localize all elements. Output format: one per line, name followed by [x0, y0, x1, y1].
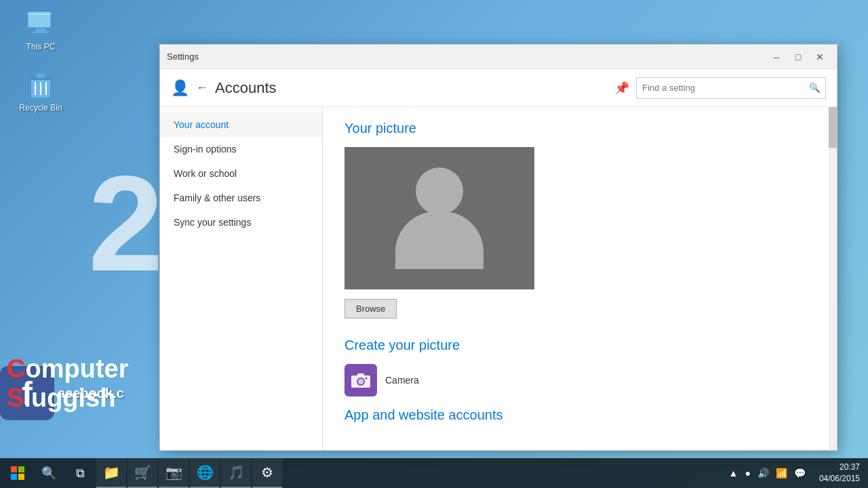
watermark: Computer Sluggish	[7, 354, 128, 413]
scrollbar-track[interactable]	[829, 107, 837, 450]
scrollbar-thumb[interactable]	[829, 107, 837, 148]
browse-button[interactable]: Browse	[344, 299, 397, 319]
minimize-button[interactable]: –	[766, 49, 787, 65]
silhouette-body	[395, 211, 484, 269]
sidebar-item-sign-in-options[interactable]: Sign-in options	[160, 137, 322, 161]
taskbar-time-value: 20:37	[819, 462, 860, 473]
sidebar-label-family-other-users: Family & other users	[174, 192, 260, 203]
camera-icon	[344, 364, 377, 396]
sidebar-item-work-or-school[interactable]: Work or school	[160, 161, 322, 186]
desktop: This PC Recycle Bin 2 f acebook.c Comput…	[0, 0, 868, 488]
title-bar-controls: – □ ✕	[766, 49, 830, 65]
taskbar-app-store[interactable]: 🛒	[127, 458, 157, 488]
sys-hide-arrow[interactable]: ▲	[726, 468, 741, 479]
app-accounts-title: App and website accounts	[344, 407, 815, 423]
search-button[interactable]: 🔍	[804, 77, 825, 99]
svg-rect-3	[33, 31, 49, 33]
svg-rect-4	[27, 14, 52, 15]
sys-network-icon[interactable]: 📶	[773, 468, 790, 479]
svg-rect-17	[18, 466, 24, 472]
sys-volume-icon[interactable]: 🔊	[755, 468, 772, 479]
sidebar-label-work-or-school: Work or school	[174, 168, 237, 179]
back-button[interactable]: ←	[196, 81, 208, 95]
search-input[interactable]	[637, 78, 804, 98]
close-button[interactable]: ✕	[810, 49, 830, 65]
window-header: 👤 ← Accounts 📌 🔍	[160, 69, 837, 107]
taskbar-app-settings[interactable]: ⚙	[252, 458, 282, 488]
camera-label: Camera	[385, 375, 419, 386]
sidebar-item-family-other-users[interactable]: Family & other users	[160, 186, 322, 210]
watermark-s: S	[7, 384, 24, 412]
profile-silhouette	[395, 167, 484, 269]
silhouette-head	[416, 167, 463, 215]
sidebar-item-your-account[interactable]: Your account	[160, 113, 322, 137]
main-area: Your account Sign-in options Work or sch…	[160, 107, 837, 450]
recycle-bin-label: Recycle Bin	[19, 103, 62, 113]
svg-rect-14	[357, 373, 364, 377]
sidebar-label-sign-in-options: Sign-in options	[174, 144, 237, 155]
svg-rect-7	[37, 73, 45, 78]
picture-section-title: Your picture	[344, 121, 815, 136]
create-picture-title: Create your picture	[344, 338, 815, 353]
watermark-computer: omputer	[25, 354, 128, 383]
pin-icon[interactable]: 📌	[614, 81, 629, 96]
header-title: Accounts	[215, 79, 608, 97]
window-title: Settings	[167, 52, 199, 62]
taskbar-sys-tray: ▲ ● 🔊 📶 💬	[726, 468, 812, 479]
watermark-c: C	[7, 354, 25, 383]
task-view-button[interactable]: ⧉	[65, 458, 95, 488]
sidebar-label-your-account: Your account	[174, 119, 229, 130]
sys-message-icon[interactable]: 💬	[791, 468, 808, 479]
accounts-icon: 👤	[171, 79, 189, 97]
camera-item[interactable]: Camera	[344, 364, 815, 396]
search-box: 🔍	[636, 77, 826, 99]
taskbar-date-value: 04/06/2015	[819, 473, 860, 485]
sidebar-label-sync-settings: Sync your settings	[174, 217, 251, 228]
taskbar-app-camera[interactable]: 📷	[159, 458, 189, 488]
taskbar-app-browser[interactable]: 🌐	[190, 458, 220, 488]
sidebar-item-sync-settings[interactable]: Sync your settings	[160, 210, 322, 235]
taskbar-app-media[interactable]: 🎵	[221, 458, 251, 488]
taskbar-clock: 20:37 04/06/2015	[814, 462, 865, 485]
watermark-sluggish: luggish	[24, 384, 115, 412]
content-area: Your picture Browse Create your picture	[323, 107, 837, 450]
taskbar: 🔍 ⧉ 📁 🛒 📷 🌐 🎵 ⚙ ▲ ● 🔊 📶 💬 20:37 04/06/20…	[0, 458, 868, 488]
recycle-bin-icon	[24, 68, 57, 100]
restore-button[interactable]: □	[788, 49, 808, 65]
svg-point-15	[366, 378, 368, 380]
svg-rect-16	[11, 466, 17, 472]
sys-battery-icon[interactable]: ●	[742, 468, 753, 479]
settings-window: Settings – □ ✕ 👤 ← Accounts 📌 🔍	[159, 44, 837, 451]
svg-point-13	[358, 379, 363, 384]
this-pc-label: This PC	[26, 42, 56, 52]
desktop-icon-recycle-bin[interactable]: Recycle Bin	[14, 68, 68, 113]
title-bar: Settings – □ ✕	[160, 45, 837, 69]
sidebar: Your account Sign-in options Work or sch…	[160, 107, 323, 450]
profile-picture-container	[344, 147, 534, 289]
svg-rect-19	[18, 474, 24, 480]
svg-rect-18	[11, 474, 17, 480]
taskbar-search-button[interactable]: 🔍	[34, 458, 64, 488]
desktop-icon-this-pc[interactable]: This PC	[14, 7, 68, 52]
this-pc-icon	[24, 7, 57, 39]
taskbar-apps: 📁 🛒 📷 🌐 🎵 ⚙	[96, 458, 725, 488]
background-text-20: 2	[88, 156, 163, 291]
taskbar-app-file-explorer[interactable]: 📁	[96, 458, 126, 488]
start-button[interactable]	[3, 458, 33, 488]
svg-rect-2	[35, 28, 46, 31]
